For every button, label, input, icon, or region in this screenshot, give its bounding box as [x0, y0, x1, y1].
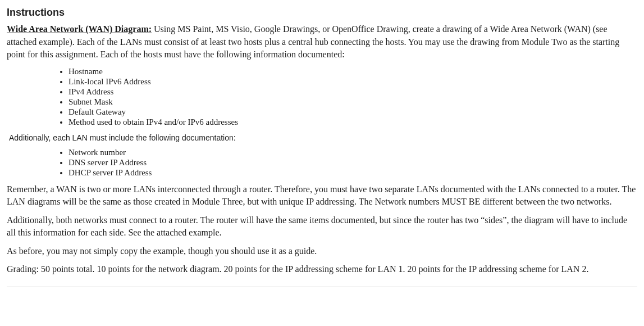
list-item: Default Gateway [68, 107, 637, 117]
paragraph-remember: Remember, a WAN is two or more LANs inte… [7, 183, 637, 209]
list-item: Subnet Mask [68, 97, 637, 107]
lan-subheading: Additionally, each LAN must include the … [9, 133, 637, 144]
list-item: Hostname [68, 66, 637, 76]
instructions-heading: Instructions [7, 6, 637, 20]
paragraph-guide: As before, you may not simply copy the e… [7, 245, 637, 257]
list-item: DHCP server IP Address [68, 167, 637, 178]
list-item: Network number [68, 147, 637, 157]
list-item: Link-local IPv6 Address [68, 76, 637, 87]
intro-lead: Wide Area Network (WAN) Diagram: [7, 24, 152, 34]
list-item: Method used to obtain IPv4 and/or IPv6 a… [68, 117, 637, 127]
list-item: IPv4 Address [68, 87, 637, 97]
paragraph-grading: Grading: 50 points total. 10 points for … [7, 263, 637, 275]
divider [7, 287, 637, 287]
intro-paragraph: Wide Area Network (WAN) Diagram: Using M… [7, 23, 637, 61]
lan-requirements-list: Network number DNS server IP Address DHC… [7, 147, 637, 178]
paragraph-router: Additionally, both networks must connect… [7, 214, 637, 239]
host-requirements-list: Hostname Link-local IPv6 Address IPv4 Ad… [7, 66, 637, 127]
list-item: DNS server IP Address [68, 157, 637, 167]
